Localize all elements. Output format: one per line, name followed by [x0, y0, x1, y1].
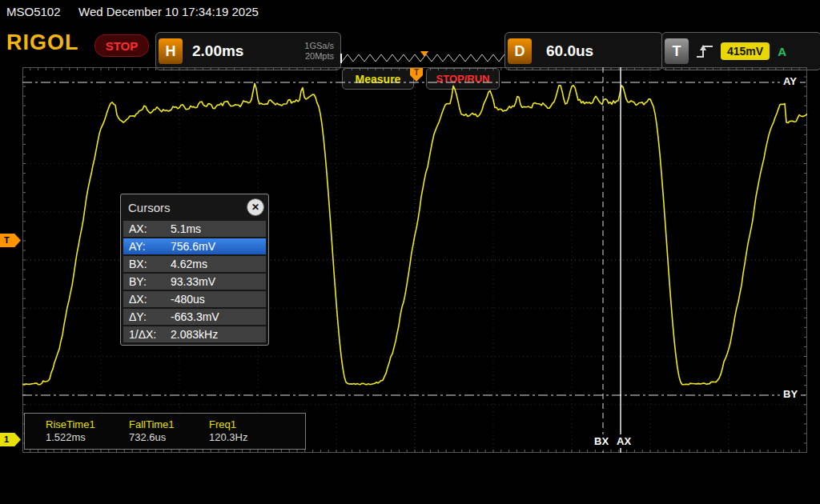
cursors-panel: Cursors ✕ AX:5.1msAY:756.6mVBX:4.62msBY:…	[120, 194, 269, 346]
title-bar: MSO5102 Wed December 10 17:34:19 2025	[0, 0, 820, 24]
measurement-name: Freq1	[209, 418, 278, 431]
cursor-by-label[interactable]: BY	[780, 387, 801, 401]
acquisition-info: 1GSa/s 20Mpts	[304, 41, 338, 62]
cursors-panel-title: Cursors	[128, 201, 171, 214]
memory-timeline[interactable]	[340, 51, 509, 66]
datetime-text: Wed December 10 17:34:19 2025	[78, 5, 259, 18]
memory-depth: 20Mpts	[304, 51, 334, 62]
cursor-row[interactable]: AY:756.6mV	[123, 238, 266, 254]
cursor-row[interactable]: ΔY:-663.3mV	[123, 309, 266, 325]
cursor-row[interactable]: 1/ΔX:2.083kHz	[123, 326, 266, 342]
rising-edge-icon	[695, 42, 714, 61]
cursor-row-label: 1/ΔX:	[129, 328, 171, 341]
sample-rate: 1GSa/s	[304, 41, 334, 51]
timebase-value: 2.00ms	[192, 42, 243, 60]
bottom-bar: 1 100mV -372mV 2 100mV 0.00V L 0 1 2 3 4…	[0, 456, 820, 504]
measurements-box: RiseTime11.522msFallTime1732.6usFreq1120…	[24, 413, 306, 450]
cursor-row-label: BY:	[129, 275, 171, 288]
trigger-mode-auto: A	[778, 45, 786, 58]
cursor-row-value: -480us	[171, 293, 205, 306]
cursor-readout-list: AX:5.1msAY:756.6mVBX:4.62msBY:93.33mVΔX:…	[123, 221, 266, 342]
cursor-row[interactable]: BX:4.62ms	[123, 256, 266, 272]
d-key-icon: D	[508, 38, 532, 64]
h-key-icon: H	[159, 38, 183, 64]
cursor-row-label: BX:	[129, 258, 171, 270]
measurement-item: FallTime1732.6us	[129, 418, 209, 444]
cursor-row[interactable]: ΔX:-480us	[123, 291, 266, 307]
run-state-badge: STOP	[94, 34, 149, 57]
measurement-value: 120.3Hz	[209, 431, 278, 444]
cursor-row-label: ΔX:	[129, 293, 171, 306]
trigger-level-marker[interactable]: T	[0, 234, 21, 247]
cursor-row-value: 756.6mV	[171, 240, 215, 253]
measurement-item: RiseTime11.522ms	[46, 418, 129, 444]
cursor-row-value: 2.083kHz	[171, 328, 218, 341]
rigol-logo: RIGOL	[6, 30, 79, 55]
cursor-row-value: 93.33mV	[171, 275, 215, 288]
header-bar: RIGOL STOP H 2.00ms 1GSa/s 20Mpts Measur…	[0, 24, 820, 67]
t-key-icon: T	[665, 38, 689, 64]
memory-waveform-preview	[342, 54, 504, 62]
cursor-row-value: 4.62ms	[171, 258, 207, 270]
delay-value: 60.0us	[546, 42, 593, 60]
cursor-ax-label[interactable]: AX	[613, 434, 634, 448]
trigger-level-badge: 415mV	[721, 42, 770, 60]
cursor-ay-label[interactable]: AY	[780, 74, 800, 88]
delay-settings-box[interactable]: D 60.0us	[504, 32, 663, 70]
cursor-row[interactable]: BY:93.33mV	[123, 274, 266, 290]
channel1-position-marker[interactable]: 1	[0, 433, 21, 446]
cursor-row-value: -663.3mV	[171, 310, 219, 323]
measurement-item: Freq1120.3Hz	[209, 418, 278, 444]
oscilloscope-ui: MSO5102 Wed December 10 17:34:19 2025 RI…	[0, 0, 820, 504]
waveform-display: T Cursors ✕ AX:5.1msAY:756.6mVBX:4.62msB…	[22, 67, 807, 453]
cursor-bx-label[interactable]: BX	[591, 434, 612, 448]
model-name: MSO5102	[6, 5, 61, 18]
cursor-row[interactable]: AX:5.1ms	[123, 221, 266, 237]
close-icon[interactable]: ✕	[247, 198, 264, 216]
measurement-name: RiseTime1	[46, 418, 129, 431]
cursors-panel-header: Cursors ✕	[123, 197, 266, 219]
horizontal-settings-box[interactable]: H 2.00ms 1GSa/s 20Mpts	[155, 32, 341, 70]
cursor-row-label: AX:	[129, 222, 171, 235]
measurement-value: 732.6us	[129, 431, 209, 444]
cursor-row-value: 5.1ms	[171, 222, 201, 235]
measurement-name: FallTime1	[129, 418, 209, 431]
trigger-position-marker[interactable]: T	[410, 68, 423, 82]
svg-text:T: T	[414, 68, 419, 77]
measurement-value: 1.522ms	[46, 431, 129, 444]
cursor-row-label: ΔY:	[129, 310, 171, 323]
trigger-settings-box[interactable]: T 415mV A	[661, 32, 820, 70]
cursor-row-label: AY:	[129, 240, 171, 253]
